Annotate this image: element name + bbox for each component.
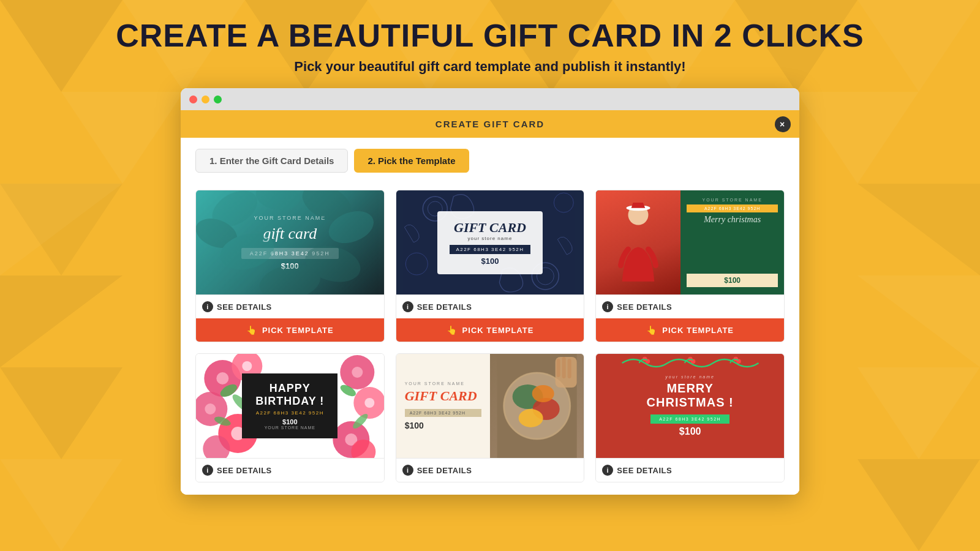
browser-window: CREATE GIFT CARD × 1. Enter the Gift Car… xyxy=(181,88,799,495)
tpl5-code: A22F 68H3 3E42 952H xyxy=(405,409,481,417)
tpl3-text-area: YOUR STORE NAME A22F 68H3 3E42 952H Merr… xyxy=(680,190,784,294)
tpl4-happy: HAPPY xyxy=(255,382,324,395)
svg-point-36 xyxy=(405,253,428,275)
steps-bar: 1. Enter the Gift Card Details 2. Pick t… xyxy=(181,138,799,184)
modal-header: CREATE GIFT CARD × xyxy=(181,110,799,138)
pick-label-1: PICK TEMPLATE xyxy=(262,326,334,335)
template-visual-2: GIFT CARD your store name A22F 68H3 3E42… xyxy=(396,190,584,294)
tpl5-store: YOUR STORE NAME xyxy=(405,381,481,386)
tpl6-merry: MERRY xyxy=(666,381,713,395)
browser-titlebar xyxy=(181,88,799,110)
tpl5-right xyxy=(490,354,584,458)
see-details-label-4: SEE DETAILS xyxy=(217,466,272,475)
svg-rect-71 xyxy=(562,357,566,378)
tpl4-store: YOUR STORE NAME xyxy=(255,425,324,430)
tpl3-code: A22F 68H3 3E42 952H xyxy=(687,204,778,212)
tpl2-store: your store name xyxy=(450,236,530,241)
modal-close-button[interactable]: × xyxy=(775,116,791,132)
see-details-button-5[interactable]: i SEE DETAILS xyxy=(396,458,584,482)
cursor-icon-2: 👆 xyxy=(447,325,458,335)
fullscreen-dot[interactable] xyxy=(214,96,222,103)
template-preview-5: YOUR STORE NAME GIFT CARD A22F 68H3 3E42… xyxy=(396,354,584,458)
see-details-label-2: SEE DETAILS xyxy=(417,302,472,312)
template-5-actions: i SEE DETAILS xyxy=(396,458,584,482)
see-details-label-5: SEE DETAILS xyxy=(417,466,472,475)
pick-template-button-1[interactable]: 👆 PICK TEMPLATE xyxy=(196,318,384,342)
template-card-4: HAPPY BIRTHDAY ! A22F 68H3 3E42 952H $10… xyxy=(195,353,385,482)
main-title: CREATE A BEAUTIFUL GIFT CARD IN 2 CLICKS xyxy=(116,17,864,54)
svg-point-44 xyxy=(242,361,252,371)
tpl2-code: A22F 68H3 3E42 952H xyxy=(450,245,530,254)
tpl2-title: GIFT CARD xyxy=(450,220,530,236)
see-details-button-4[interactable]: i SEE DETAILS xyxy=(196,458,384,482)
info-icon-4: i xyxy=(202,465,213,476)
template-visual-3: YOUR STORE NAME A22F 68H3 3E42 952H Merr… xyxy=(596,190,784,294)
svg-point-66 xyxy=(519,409,543,427)
step-2-button[interactable]: 2. Pick the Template xyxy=(354,149,469,173)
step-2-number: 2. xyxy=(368,156,375,166)
info-icon-3: i xyxy=(602,301,613,312)
cursor-icon-3: 👆 xyxy=(646,325,657,335)
templates-grid: YOUR STORE NAME gift card A22F 68H3 3E42… xyxy=(195,190,785,482)
template-preview-6: your store name MERRY CHRISTMAS ! A22F 6… xyxy=(596,354,784,458)
pick-template-button-3[interactable]: 👆 PICK TEMPLATE xyxy=(596,318,784,342)
sub-title: Pick your beautiful gift card template a… xyxy=(294,59,685,75)
tpl6-christmas: CHRISTMAS ! xyxy=(647,395,734,410)
template-visual-1: YOUR STORE NAME gift card A22F 68H3 3E42… xyxy=(196,190,384,294)
tpl4-birthday: BIRTHDAY ! xyxy=(255,395,324,408)
template-preview-2: GIFT CARD your store name A22F 68H3 3E42… xyxy=(396,190,584,294)
template-visual-6: your store name MERRY CHRISTMAS ! A22F 6… xyxy=(596,354,784,458)
template-3-actions: i SEE DETAILS 👆 PICK TEMPLATE xyxy=(596,294,784,342)
template-1-actions: i SEE DETAILS 👆 PICK TEMPLATE xyxy=(196,294,384,342)
svg-point-30 xyxy=(254,190,302,214)
minimize-dot[interactable] xyxy=(202,96,209,103)
template-card-5: YOUR STORE NAME GIFT CARD A22F 68H3 3E42… xyxy=(396,353,585,482)
template-card-2: GIFT CARD your store name A22F 68H3 3E42… xyxy=(396,190,585,342)
pick-label-2: PICK TEMPLATE xyxy=(462,326,534,335)
see-details-button-1[interactable]: i SEE DETAILS xyxy=(196,294,384,318)
tpl4-code: A22F 68H3 3E42 952H xyxy=(255,410,324,416)
info-icon-5: i xyxy=(402,465,413,476)
svg-point-53 xyxy=(364,398,374,408)
template-card-6: your store name MERRY CHRISTMAS ! A22F 6… xyxy=(595,353,785,482)
tpl6-code: A22F 68H3 3E42 952H xyxy=(650,414,729,424)
svg-point-46 xyxy=(205,403,216,414)
see-details-label-1: SEE DETAILS xyxy=(217,302,272,312)
tpl2-inner-box: GIFT CARD your store name A22F 68H3 3E42… xyxy=(437,211,542,274)
close-icon: × xyxy=(780,119,786,129)
template-visual-5: YOUR STORE NAME GIFT CARD A22F 68H3 3E42… xyxy=(396,354,584,458)
svg-rect-72 xyxy=(568,359,571,378)
template-preview-3: YOUR STORE NAME A22F 68H3 3E42 952H Merr… xyxy=(596,190,784,294)
tpl3-store: YOUR STORE NAME xyxy=(702,198,762,202)
see-details-button-3[interactable]: i SEE DETAILS xyxy=(596,294,784,318)
svg-point-37 xyxy=(554,193,573,212)
template-card-3: YOUR STORE NAME A22F 68H3 3E42 952H Merr… xyxy=(595,190,785,342)
tpl4-center-box: HAPPY BIRTHDAY ! A22F 68H3 3E42 952H $10… xyxy=(242,373,337,438)
tpl3-photo xyxy=(596,190,680,294)
tpl2-amount: $100 xyxy=(450,257,530,266)
see-details-button-6[interactable]: i SEE DETAILS xyxy=(596,458,784,482)
tpl5-title: GIFT CARD xyxy=(405,388,481,404)
template-visual-4: HAPPY BIRTHDAY ! A22F 68H3 3E42 952H $10… xyxy=(196,354,384,458)
svg-rect-70 xyxy=(557,359,560,377)
step-2-label: Pick the Template xyxy=(378,156,455,166)
tpl5-amount: $100 xyxy=(405,421,481,430)
pick-template-button-2[interactable]: 👆 PICK TEMPLATE xyxy=(396,318,584,342)
close-dot[interactable] xyxy=(189,96,197,103)
template-6-actions: i SEE DETAILS xyxy=(596,458,784,482)
svg-point-67 xyxy=(532,385,554,402)
page-wrapper: CREATE A BEAUTIFUL GIFT CARD IN 2 CLICKS… xyxy=(0,0,980,495)
svg-point-51 xyxy=(352,367,363,378)
template-4-actions: i SEE DETAILS xyxy=(196,458,384,482)
template-preview-1: YOUR STORE NAME gift card A22F 68H3 3E42… xyxy=(196,190,384,294)
pick-label-3: PICK TEMPLATE xyxy=(662,326,734,335)
step-1-button[interactable]: 1. Enter the Gift Card Details xyxy=(195,149,348,173)
step-1-label: Enter the Gift Card Details xyxy=(220,156,334,166)
tpl3-photo-inner xyxy=(596,190,680,294)
tpl6-leaves-decoration xyxy=(596,354,784,372)
tpl5-left: YOUR STORE NAME GIFT CARD A22F 68H3 3E42… xyxy=(396,354,490,458)
see-details-button-2[interactable]: i SEE DETAILS xyxy=(396,294,584,318)
template-preview-4: HAPPY BIRTHDAY ! A22F 68H3 3E42 952H $10… xyxy=(196,354,384,458)
modal-title: CREATE GIFT CARD xyxy=(435,119,545,129)
browser-content: CREATE GIFT CARD × 1. Enter the Gift Car… xyxy=(181,110,799,495)
